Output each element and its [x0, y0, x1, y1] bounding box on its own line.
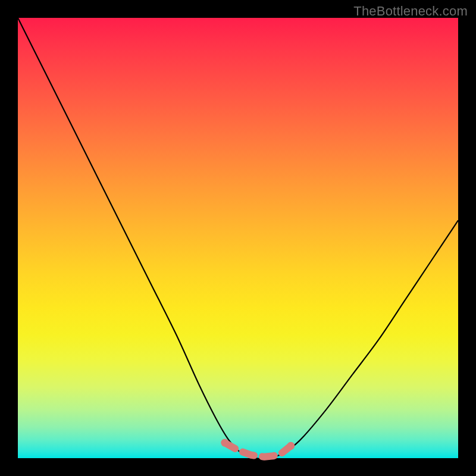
curve-layer	[18, 18, 458, 458]
plot-area	[18, 18, 458, 458]
trough-marker	[225, 443, 291, 457]
chart-frame: TheBottleneck.com	[0, 0, 476, 476]
trough-marker-dot	[221, 439, 228, 447]
trough-marker-dot	[287, 442, 295, 450]
bottleneck-curve	[18, 18, 458, 459]
trough-marker-group	[221, 439, 295, 457]
watermark-text: TheBottleneck.com	[353, 4, 468, 19]
